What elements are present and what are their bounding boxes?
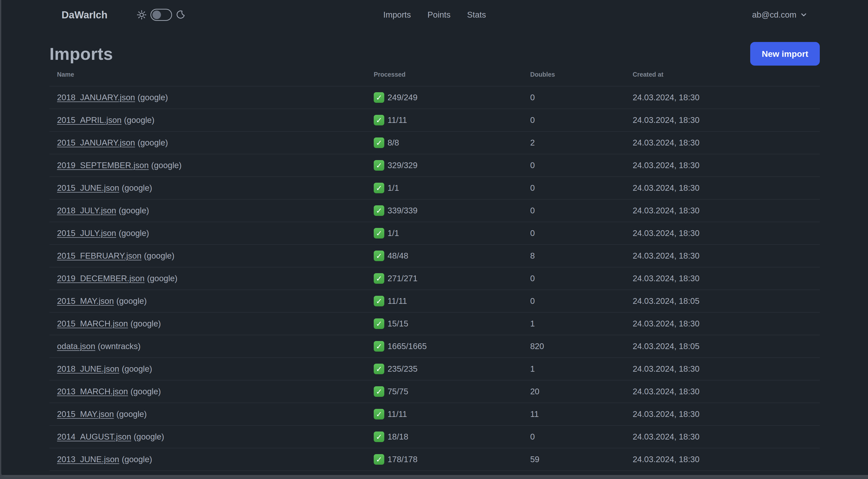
import-source-label: (google) [137,138,168,147]
processed-count: 11/11 [388,409,407,419]
import-source-label: (google) [134,432,164,441]
created-at: 24.03.2024, 18:05 [633,296,820,306]
created-at: 24.03.2024, 18:30 [633,160,820,170]
table-row: 2018_JULY.json(google) ✓ 339/339 0 24.03… [50,199,820,222]
created-at: 24.03.2024, 18:30 [633,409,820,419]
table-row: 2013_MARCH.json(google) ✓ 75/75 20 24.03… [50,380,820,402]
import-source-label: (google) [130,319,161,328]
check-success-icon: ✓ [374,115,384,125]
processed-count: 18/18 [388,432,408,442]
check-success-icon: ✓ [374,341,384,352]
table-row: 2019_SEPTEMBER.json(google) ✓ 329/329 0 … [50,154,820,176]
doubles-count: 0 [530,160,633,170]
import-source-label: (google) [122,183,152,192]
import-source-label: (google) [116,409,147,419]
table-row: 2014_AUGUST.json(google) ✓ 18/18 0 24.03… [50,425,820,448]
processed-count: 8/8 [388,138,399,148]
import-file-link[interactable]: 2013_JUNE.json [57,455,119,464]
import-file-link[interactable]: 2015_JANUARY.json [57,138,135,147]
doubles-count: 820 [530,341,633,351]
created-at: 24.03.2024, 18:30 [633,455,820,464]
import-file-link[interactable]: 2015_FEBRUARY.json [57,251,142,260]
created-at: 24.03.2024, 18:30 [633,251,820,261]
check-success-icon: ✓ [374,160,384,171]
import-file-link[interactable]: 2015_MAY.json [57,409,114,419]
table-row: 2015_MAY.json(google) ✓ 11/11 11 24.03.2… [50,402,820,425]
table-row: 2015_APRIL.json(google) ✓ 11/11 0 24.03.… [50,109,820,131]
doubles-count: 1 [530,319,633,328]
table-row: 2018_JANUARY.json(google) ✓ 249/249 0 24… [50,86,820,109]
nav-item-stats[interactable]: Stats [467,10,486,20]
nav-item-points[interactable]: Points [428,10,451,20]
check-success-icon: ✓ [374,319,384,329]
check-success-icon: ✓ [374,138,384,148]
doubles-count: 0 [530,432,633,442]
table-row: odata.json(owntracks) ✓ 1665/1665 820 24… [50,335,820,357]
processed-count: 11/11 [388,115,407,125]
doubles-count: 0 [530,296,633,306]
window-bottom-edge [1,475,868,477]
import-file-link[interactable]: 2015_MAY.json [57,296,114,306]
new-import-button[interactable]: New import [750,42,820,66]
import-source-label: (google) [122,364,152,373]
processed-count: 178/178 [388,455,417,464]
check-success-icon: ✓ [374,228,384,239]
check-success-icon: ✓ [374,364,384,374]
check-success-icon: ✓ [374,205,384,216]
processed-count: 1665/1665 [388,341,427,351]
import-file-link[interactable]: 2019_DECEMBER.json [57,274,145,283]
processed-count: 235/235 [388,364,417,374]
table-row: 2015_JANUARY.json(google) ✓ 8/8 2 24.03.… [50,131,820,154]
doubles-count: 1 [530,364,633,374]
column-header-processed: Processed [374,71,530,78]
nav-item-imports[interactable]: Imports [383,10,411,20]
import-source-label: (google) [119,206,149,215]
import-file-link[interactable]: 2015_MARCH.json [57,319,128,328]
import-source-label: (google) [124,115,154,125]
import-file-link[interactable]: 2018_JULY.json [57,206,116,215]
import-file-link[interactable]: 2018_JUNE.json [57,364,119,373]
import-file-link[interactable]: 2018_JANUARY.json [57,93,135,102]
doubles-count: 20 [530,387,633,396]
import-file-link[interactable]: odata.json [57,341,95,351]
column-header-name: Name [50,71,374,78]
import-file-link[interactable]: 2015_JULY.json [57,229,116,238]
table-row: 2015_FEBRUARY.json(google) ✓ 48/48 8 24.… [50,244,820,267]
created-at: 24.03.2024, 18:30 [633,319,820,328]
table-row: 2015_JULY.json(google) ✓ 1/1 0 24.03.202… [50,222,820,244]
import-file-link[interactable]: 2015_JUNE.json [57,183,119,192]
doubles-count: 0 [530,115,633,125]
created-at: 24.03.2024, 18:30 [633,387,820,396]
doubles-count: 0 [530,229,633,238]
created-at: 24.03.2024, 18:30 [633,206,820,215]
import-source-label: (google) [147,274,178,283]
column-header-doubles: Doubles [530,71,633,78]
processed-count: 329/329 [388,160,417,170]
check-success-icon: ✓ [374,183,384,193]
import-source-label: (google) [151,160,182,170]
import-file-link[interactable]: 2014_AUGUST.json [57,432,131,441]
import-file-link[interactable]: 2019_SEPTEMBER.json [57,160,149,170]
table-header-row: Name Processed Doubles Created at [50,69,820,80]
import-file-link[interactable]: 2013_MARCH.json [57,387,128,396]
created-at: 24.03.2024, 18:30 [633,115,820,125]
table-row: 2013_JUNE.json(google) ✓ 178/178 59 24.0… [50,448,820,471]
user-menu[interactable]: ab@cd.com [752,0,807,30]
import-source-label: (google) [137,93,168,102]
created-at: 24.03.2024, 18:30 [633,183,820,193]
check-success-icon: ✓ [374,92,384,103]
table-row: 2015_MAY.json(google) ✓ 11/11 0 24.03.20… [50,290,820,312]
import-source-label: (google) [130,387,161,396]
import-file-link[interactable]: 2015_APRIL.json [57,115,122,125]
doubles-count: 0 [530,206,633,215]
check-success-icon: ✓ [374,250,384,261]
created-at: 24.03.2024, 18:30 [633,274,820,283]
processed-count: 1/1 [388,183,399,193]
import-source-label: (google) [119,229,149,238]
check-success-icon: ✓ [374,386,384,397]
doubles-count: 0 [530,183,633,193]
check-success-icon: ✓ [374,409,384,419]
created-at: 24.03.2024, 18:30 [633,93,820,102]
user-email: ab@cd.com [752,10,797,20]
check-success-icon: ✓ [374,431,384,442]
